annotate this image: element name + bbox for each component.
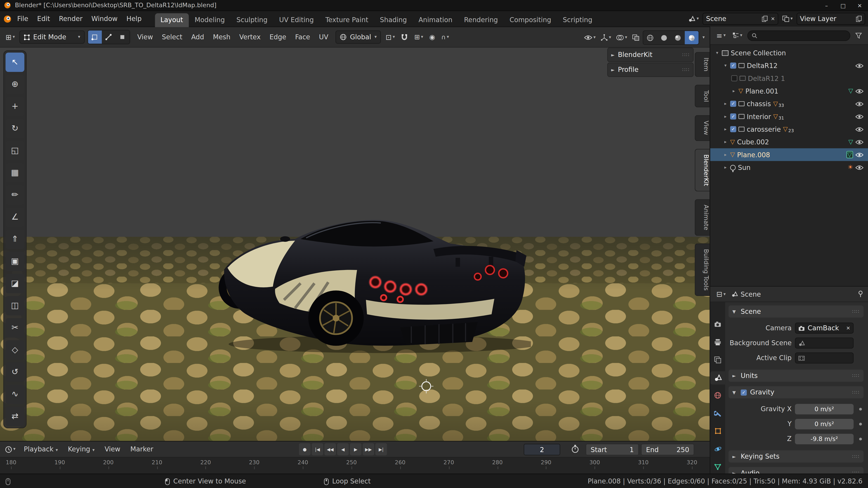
shading-wireframe-button[interactable]	[643, 31, 657, 44]
side-tab-animate[interactable]: Animate	[694, 199, 710, 236]
object-visibility-button[interactable]: ▾	[582, 32, 597, 44]
tab-world[interactable]	[710, 389, 725, 402]
transport-play-reverse-button[interactable]: ◀	[337, 443, 348, 455]
eye-icon[interactable]	[855, 127, 864, 132]
falloff-button[interactable]: ∩ ▾	[439, 31, 451, 43]
outliner-row-chassis[interactable]: ▸ ✓ chassis ▽33	[710, 97, 868, 110]
xray-toggle-button[interactable]	[630, 32, 641, 44]
viewport-menu-face[interactable]: Face	[291, 32, 315, 43]
tool-spin-button[interactable]: ↺	[5, 362, 24, 382]
proportional-edit-button[interactable]: ◉	[428, 31, 437, 43]
workspace-tab-rendering[interactable]: Rendering	[458, 13, 503, 27]
new-view-layer-icon[interactable]	[856, 15, 862, 22]
workspace-tab-shading[interactable]: Shading	[374, 13, 412, 27]
tool-move-button[interactable]: +	[5, 97, 24, 116]
tool-tweak-button[interactable]: ↖	[5, 53, 24, 72]
menu-window[interactable]: Window	[87, 13, 122, 24]
pin-button[interactable]	[857, 291, 864, 298]
shading-material-button[interactable]	[671, 31, 685, 44]
search-input[interactable]	[760, 31, 846, 39]
menu-help[interactable]: Help	[122, 13, 146, 24]
tool-inset-faces-button[interactable]: ▣	[5, 252, 24, 271]
gravity-y-field[interactable]: 0 m/s²	[795, 419, 854, 429]
collection-checkbox[interactable]: ✓	[730, 101, 736, 107]
transport-next-keyframe-button[interactable]: ▶▶	[363, 443, 374, 455]
workspace-tab-sculpting[interactable]: Sculpting	[231, 13, 273, 27]
timeline-ruler[interactable]: 1801902002102202302402502602702802903003…	[0, 457, 710, 474]
auto-keying-button[interactable]	[571, 445, 579, 453]
eye-icon[interactable]	[855, 88, 864, 94]
outliner-row-scene-collection[interactable]: ▾ Scene Collection	[710, 46, 868, 59]
viewport-menu-select[interactable]: Select	[158, 32, 187, 43]
disclosure-icon[interactable]: ▸	[723, 127, 728, 132]
timeline-editor-type-button[interactable]: ▾	[3, 443, 17, 455]
gravity-checkbox[interactable]: ✓	[741, 389, 747, 395]
decorator-button[interactable]	[857, 437, 864, 440]
workspace-tab-compositing[interactable]: Compositing	[504, 13, 557, 27]
scene-browse-button[interactable]: ▾	[687, 13, 701, 25]
disclosure-icon[interactable]: ▾	[715, 51, 720, 55]
start-frame-field[interactable]: Start 1	[586, 444, 639, 455]
viewport-menu-vertex[interactable]: Vertex	[235, 32, 265, 43]
tab-physics[interactable]	[710, 442, 725, 456]
shading-settings-button[interactable]: ▾	[701, 32, 706, 44]
close-button[interactable]: ✕	[851, 0, 868, 11]
tool-transform-button[interactable]: ▦	[5, 163, 24, 183]
unlink-camera-icon[interactable]: ✕	[846, 325, 850, 331]
gizmos-button[interactable]: ▾	[599, 32, 613, 44]
view-layer-name-field[interactable]: View Layer	[797, 13, 865, 25]
shading-solid-button[interactable]	[657, 31, 671, 44]
disclosure-icon[interactable]: ▸	[731, 89, 736, 94]
tool-loop-cut-button[interactable]: ◫	[5, 296, 24, 315]
tool-rotate-button[interactable]: ↻	[5, 119, 24, 138]
side-tab-tool[interactable]: Tool	[694, 85, 710, 107]
viewport-menu-mesh[interactable]: Mesh	[209, 32, 235, 43]
npanel-section-blenderkit[interactable]: ►BlenderKit∷∷	[608, 48, 694, 62]
display-mode-button[interactable]: ▾	[731, 29, 744, 41]
outliner-editor-type-button[interactable]: ≡ ▾	[715, 29, 727, 41]
editor-type-button[interactable]: ⊞ ▾	[4, 31, 17, 43]
timeline-menu-view[interactable]: View	[100, 444, 125, 455]
side-tab-blenderkit[interactable]: BlenderKit	[694, 149, 710, 191]
collection-checkbox[interactable]: ✓	[730, 126, 736, 132]
overlays-button[interactable]: ▾	[614, 32, 629, 44]
outliner-row-cube-002[interactable]: ▸ ▽ Cube.002 ▽	[710, 135, 868, 148]
side-tab-item[interactable]: Item	[694, 52, 710, 77]
disclosure-icon[interactable]: ▾	[723, 63, 728, 68]
maximize-button[interactable]: □	[835, 0, 851, 11]
tab-output[interactable]	[710, 335, 725, 349]
tab-scene[interactable]	[710, 371, 725, 384]
tab-view-layer[interactable]	[710, 353, 725, 367]
outliner-row-deltar12-1[interactable]: DeltaR12 1	[710, 72, 868, 85]
outliner-row-plane-008[interactable]: ▸ ▽ Plane.008 ▽	[710, 148, 868, 161]
snap-settings-button[interactable]: ⊞ ▾	[412, 31, 425, 43]
tab-object[interactable]	[710, 424, 725, 438]
eye-icon[interactable]	[855, 63, 864, 68]
edge-select-button[interactable]	[102, 31, 116, 44]
active-clip-field[interactable]	[795, 352, 854, 363]
menu-edit[interactable]: Edit	[33, 13, 55, 24]
disclosure-icon[interactable]: ▸	[723, 101, 728, 106]
tab-object-data[interactable]	[710, 460, 725, 474]
workspace-tab-texture-paint[interactable]: Texture Paint	[320, 13, 374, 27]
scene-name-field[interactable]: Scene ✕	[703, 13, 778, 25]
background-scene-field[interactable]	[795, 337, 854, 349]
camera-field[interactable]: CamBack ✕	[795, 323, 854, 334]
unlink-scene-icon[interactable]: ✕	[771, 16, 775, 22]
disclosure-icon[interactable]: ▸	[723, 152, 728, 157]
filter-button[interactable]	[854, 29, 864, 41]
transport-prev-keyframe-button[interactable]: ◀◀	[324, 443, 336, 455]
units-section-header[interactable]: ► Units ∷∷	[728, 369, 864, 382]
end-frame-field[interactable]: End 250	[641, 444, 694, 455]
properties-editor-type-button[interactable]: ⊟ ▾	[715, 288, 727, 300]
blender-menu-icon[interactable]	[3, 15, 12, 23]
tool-bevel-button[interactable]: ◪	[5, 274, 24, 293]
disclosure-icon[interactable]: ▸	[723, 114, 728, 119]
tool-knife-button[interactable]: ✂	[5, 318, 24, 337]
gravity-x-field[interactable]: 0 m/s²	[795, 404, 854, 414]
keying-sets-section-header[interactable]: ► Keying Sets ∷∷	[728, 450, 864, 462]
workspace-tab-animation[interactable]: Animation	[413, 13, 458, 27]
workspace-tab-modeling[interactable]: Modeling	[189, 13, 230, 27]
viewport-menu-add[interactable]: Add	[187, 32, 209, 43]
workspace-tab-uv-editing[interactable]: UV Editing	[274, 13, 319, 27]
